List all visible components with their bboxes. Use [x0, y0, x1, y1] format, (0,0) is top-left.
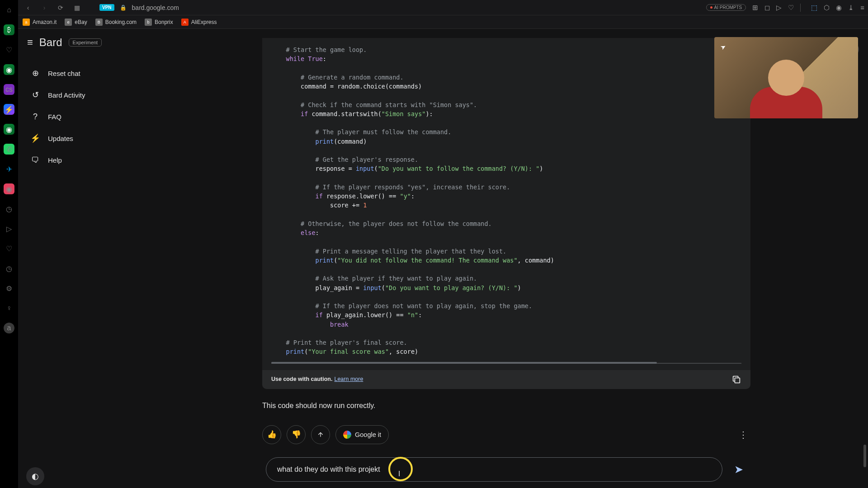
- bookmark-label: AliExpress: [191, 19, 217, 25]
- os-dock: ⌂ ₿ ♡ ◉ cs ⚡ ◉ ✆ ✈ ◉ ◷ ▷ ♡ ◷ ⚙ ♀ a: [0, 0, 18, 488]
- google-it-label: Google it: [355, 431, 381, 438]
- sidebar-item-help[interactable]: 🗨 Help: [24, 149, 139, 171]
- bookmark-label: Amazon.it: [33, 19, 57, 25]
- menu-icon[interactable]: ≡: [27, 37, 33, 48]
- camera-icon[interactable]: ◻: [764, 4, 770, 12]
- dock-item[interactable]: ⚡: [4, 104, 14, 115]
- browser-toolbar: ‹ › ⟳ ▦ VPN 🔒 bard.google.com AI PROMPTS…: [0, 0, 868, 15]
- dock-item[interactable]: ₿: [4, 24, 14, 35]
- google-it-button[interactable]: Google it: [335, 425, 389, 444]
- thumbs-up-button[interactable]: 👍: [262, 425, 281, 444]
- prompt-value: what do they do with this projekt: [277, 465, 380, 474]
- share-button[interactable]: [311, 425, 330, 444]
- bard-logo: Bard: [39, 36, 62, 49]
- dock-item[interactable]: ◉: [4, 183, 14, 194]
- code-caution: Use code with caution.Learn more: [262, 370, 750, 389]
- prompt-input[interactable]: what do they do with this projekt I: [266, 457, 722, 482]
- experiment-badge: Experiment: [69, 38, 102, 47]
- bookmark-item[interactable]: A AliExpress: [181, 19, 217, 26]
- bookmark-label: Bonprix: [155, 19, 173, 25]
- sidebar-item-reset-chat[interactable]: ⊕ Reset chat: [24, 62, 139, 84]
- dock-item[interactable]: ⚙: [4, 283, 14, 294]
- pointer-icon: ➤: [719, 42, 727, 52]
- dock-item[interactable]: ✈: [4, 164, 14, 174]
- history-icon: ↺: [31, 90, 40, 99]
- bookmark-item[interactable]: b Bonprix: [145, 19, 173, 26]
- profile-icon[interactable]: ◉: [836, 4, 842, 12]
- play-icon[interactable]: ▷: [776, 4, 782, 12]
- bookmark-item[interactable]: e eBay: [65, 19, 87, 26]
- bard-sidebar: ≡ Bard Experiment ⊕ Reset chat ↺ Bard Ac…: [18, 29, 145, 488]
- bookmark-label: eBay: [75, 19, 87, 25]
- apps-button[interactable]: ▦: [71, 2, 82, 13]
- response-text: This code should now run correctly.: [262, 402, 750, 410]
- input-area: what do they do with this projekt I ➤: [145, 446, 868, 488]
- dock-item[interactable]: ♀: [4, 303, 14, 314]
- favicon-icon: a: [23, 19, 30, 26]
- more-options-button[interactable]: ⋮: [736, 427, 750, 443]
- ext-icon[interactable]: ⬚: [811, 4, 817, 12]
- sidebar-item-faq[interactable]: ? FAQ: [24, 106, 139, 127]
- cursor-highlight-icon: [388, 457, 413, 481]
- download-icon[interactable]: ⤓: [848, 4, 854, 12]
- sidebar-item-label: Reset chat: [48, 70, 80, 77]
- plus-icon: ⊕: [31, 69, 40, 78]
- support-icon: 🗨: [31, 155, 40, 164]
- text-cursor-icon: I: [398, 470, 400, 478]
- theme-toggle-button[interactable]: ◐: [26, 467, 44, 485]
- sidebar-item-updates[interactable]: ⚡ Updates: [24, 127, 139, 149]
- dock-item[interactable]: ◉: [4, 124, 14, 135]
- reload-button[interactable]: ⟳: [55, 2, 66, 13]
- learn-more-link[interactable]: Learn more: [334, 376, 363, 382]
- menu-icon[interactable]: ≡: [860, 4, 864, 11]
- url-text[interactable]: bard.google.com: [132, 4, 179, 11]
- copy-code-button[interactable]: [731, 375, 741, 385]
- vpn-badge[interactable]: VPN: [99, 4, 114, 11]
- dock-item[interactable]: ◷: [4, 203, 14, 214]
- thumbs-down-button[interactable]: 👎: [287, 425, 306, 444]
- favicon-icon: b: [145, 19, 152, 26]
- dock-item[interactable]: cs: [4, 84, 14, 95]
- ext-icon[interactable]: ⊞: [752, 4, 758, 12]
- favicon-icon: A: [181, 19, 189, 26]
- ai-prompts-label: AI PROMPTS: [714, 5, 742, 10]
- sidebar-item-label: Help: [48, 156, 62, 164]
- dock-item[interactable]: ♡: [4, 243, 14, 254]
- code-content[interactable]: # Start the game loop. while True: # Gen…: [271, 45, 741, 357]
- svg-rect-0: [735, 378, 740, 383]
- back-button[interactable]: ‹: [23, 2, 33, 13]
- dock-item[interactable]: ◉: [4, 64, 14, 75]
- forward-button[interactable]: ›: [39, 2, 50, 13]
- cube-icon[interactable]: ⬡: [824, 4, 830, 12]
- webcam-overlay[interactable]: ➤: [714, 37, 858, 118]
- webcam-face: [768, 60, 804, 96]
- response-actions: 👍 👎 Google it ⋮: [262, 425, 750, 444]
- sidebar-item-label: Updates: [48, 135, 73, 142]
- bard-header: ≡ Bard Experiment: [24, 36, 139, 49]
- dock-item[interactable]: a: [4, 323, 14, 333]
- dock-item[interactable]: ⌂: [4, 5, 14, 15]
- heart-icon[interactable]: ♡: [788, 4, 794, 12]
- bard-app: ≡ Bard Experiment ⊕ Reset chat ↺ Bard Ac…: [18, 29, 868, 488]
- bookmark-label: Booking.com: [105, 19, 137, 25]
- dock-item[interactable]: ♡: [4, 44, 14, 55]
- help-icon: ?: [31, 112, 40, 121]
- bookmarks-bar: a Amazon.it e eBay B Booking.com b Bonpr…: [0, 15, 868, 29]
- caution-text: Use code with caution.: [271, 376, 332, 382]
- sidebar-item-label: Bard Activity: [48, 91, 85, 99]
- code-block: # Start the game loop. while True: # Gen…: [262, 38, 750, 389]
- favicon-icon: e: [65, 19, 72, 26]
- send-button[interactable]: ➤: [731, 461, 747, 478]
- dock-item[interactable]: ✆: [4, 144, 14, 155]
- scrollbar[interactable]: [863, 445, 866, 467]
- google-logo-icon: [343, 431, 351, 439]
- ai-prompts-badge[interactable]: AI PROMPTS: [706, 4, 746, 11]
- dock-item[interactable]: ◷: [4, 263, 14, 274]
- sidebar-item-label: FAQ: [48, 113, 61, 121]
- bookmark-item[interactable]: a Amazon.it: [23, 19, 57, 26]
- dock-item[interactable]: ▷: [4, 223, 14, 234]
- sidebar-item-bard-activity[interactable]: ↺ Bard Activity: [24, 84, 139, 106]
- red-dot-icon: [710, 6, 712, 9]
- bolt-icon: ⚡: [31, 134, 40, 143]
- bookmark-item[interactable]: B Booking.com: [95, 19, 137, 26]
